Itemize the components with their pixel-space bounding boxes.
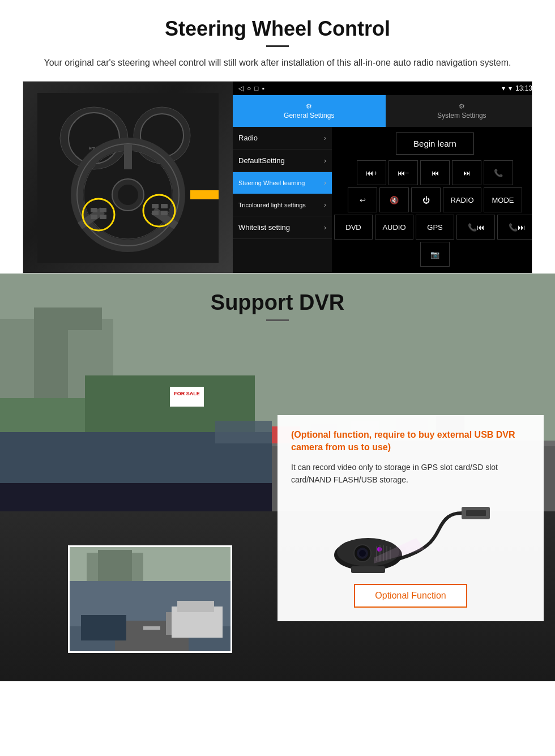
tab-general-label: General Settings bbox=[284, 112, 334, 119]
menu-item-default-setting[interactable]: DefaultSetting › bbox=[233, 150, 332, 172]
tab-general-settings[interactable]: ⚙ General Settings bbox=[233, 95, 386, 127]
steering-section: Steering Wheel Control Your original car… bbox=[0, 0, 555, 274]
dvr-header: Support DVR bbox=[0, 274, 555, 331]
dvr-thumbnail bbox=[68, 545, 232, 653]
ctrl-dvd[interactable]: DVD bbox=[334, 215, 373, 240]
menu-default-label: DefaultSetting bbox=[238, 156, 285, 165]
svg-rect-21 bbox=[161, 204, 168, 208]
ctrl-next[interactable]: ⏭ bbox=[452, 160, 481, 185]
menu-item-radio[interactable]: Radio › bbox=[233, 127, 332, 150]
chevron-icon-default: › bbox=[324, 157, 326, 165]
menu-steering-label: Steering Wheel learning bbox=[238, 180, 305, 186]
menu-radio-label: Radio bbox=[238, 134, 258, 142]
ctrl-prev[interactable]: ⏮ bbox=[420, 160, 450, 185]
svg-rect-51 bbox=[81, 615, 126, 640]
menu-tricolour-label: Tricoloured light settings bbox=[238, 202, 306, 208]
page-title: Steering Wheel Control bbox=[23, 17, 532, 41]
dvr-section: FOR SALE Support DVR (Opti bbox=[0, 274, 555, 681]
control-row-3: DVD AUDIO GPS 📞⏮ 📞⏭ bbox=[334, 215, 532, 240]
ctrl-vol-up[interactable]: ⏮+ bbox=[357, 160, 386, 185]
svg-rect-23 bbox=[161, 211, 168, 215]
android-ui-panel: ◁ ○ □ ▪ ▾ ▾ 13:13 ⚙ General Settings ⚙ S… bbox=[233, 82, 532, 273]
steering-photo: km/h bbox=[23, 82, 233, 274]
steering-demo-container: km/h bbox=[23, 81, 532, 274]
statusbar-time: 13:13 bbox=[515, 84, 532, 92]
menu-item-steering-wheel[interactable]: Steering Wheel learning › bbox=[233, 172, 332, 194]
steering-subtitle: Your original car's steering wheel contr… bbox=[34, 56, 521, 70]
steering-wheel-graphic: km/h bbox=[37, 93, 219, 263]
nav-menu-icon[interactable]: ▪ bbox=[262, 84, 264, 92]
ctrl-mute[interactable]: 🔇 bbox=[379, 187, 409, 212]
svg-rect-59 bbox=[466, 510, 486, 516]
dvr-title: Support DVR bbox=[0, 291, 555, 315]
svg-rect-54 bbox=[177, 601, 214, 612]
svg-rect-17 bbox=[100, 208, 106, 212]
ctrl-phone-prev[interactable]: 📞⏮ bbox=[456, 215, 495, 240]
settings-menu-area: Radio › DefaultSetting › Steering Wheel … bbox=[233, 127, 532, 273]
ctrl-gps[interactable]: GPS bbox=[416, 215, 454, 240]
ctrl-radio[interactable]: RADIO bbox=[443, 187, 481, 212]
ctrl-camera[interactable]: 📷 bbox=[420, 242, 450, 267]
dvr-camera-svg bbox=[326, 496, 496, 575]
menu-whitelist-label: Whitelist setting bbox=[238, 223, 290, 232]
settings-menu-list: Radio › DefaultSetting › Steering Wheel … bbox=[233, 127, 332, 273]
control-row-1: ⏮+ ⏮− ⏮ ⏭ 📞 bbox=[334, 160, 532, 185]
svg-rect-19 bbox=[100, 215, 106, 219]
svg-point-13 bbox=[118, 185, 138, 205]
nav-back-icon[interactable]: ◁ bbox=[238, 84, 244, 92]
dvr-description: It can record video only to storage in G… bbox=[291, 461, 530, 486]
ctrl-power[interactable]: ⏻ bbox=[411, 187, 441, 212]
signal-icon: ▾ bbox=[502, 84, 505, 92]
ctrl-audio[interactable]: AUDIO bbox=[375, 215, 413, 240]
svg-rect-44 bbox=[170, 387, 204, 407]
chevron-icon-whitelist: › bbox=[324, 224, 326, 232]
title-divider bbox=[266, 45, 289, 47]
control-row-2: ↩ 🔇 ⏻ RADIO MODE bbox=[334, 187, 532, 212]
dvr-thumbnail-svg bbox=[70, 547, 232, 653]
ctrl-vol-down[interactable]: ⏮− bbox=[388, 160, 418, 185]
dvr-camera-illustration bbox=[291, 496, 530, 575]
chevron-icon-radio: › bbox=[324, 134, 326, 142]
svg-rect-20 bbox=[152, 204, 159, 208]
svg-rect-71 bbox=[351, 566, 385, 573]
chevron-icon-tricolour: › bbox=[324, 201, 326, 209]
svg-point-64 bbox=[359, 550, 366, 557]
dvr-info-box: (Optional function, require to buy exter… bbox=[278, 415, 544, 621]
svg-text:FOR SALE: FOR SALE bbox=[174, 391, 200, 396]
menu-item-whitelist[interactable]: Whitelist setting › bbox=[233, 216, 332, 239]
svg-rect-43 bbox=[0, 483, 272, 511]
android-statusbar: ◁ ○ □ ▪ ▾ ▾ 13:13 bbox=[233, 82, 532, 95]
ctrl-mode[interactable]: MODE bbox=[484, 187, 522, 212]
svg-rect-18 bbox=[91, 215, 97, 219]
tab-system-settings[interactable]: ⚙ System Settings bbox=[386, 95, 533, 127]
steering-control-panel: Begin learn ⏮+ ⏮− ⏮ ⏭ 📞 ↩ 🔇 ⏻ RADIO bbox=[332, 127, 532, 273]
chevron-icon-steering: › bbox=[324, 179, 326, 187]
dvr-title-divider bbox=[266, 319, 289, 321]
dvr-optional-notice: (Optional function, require to buy exter… bbox=[291, 429, 530, 454]
begin-learn-row: Begin learn bbox=[334, 133, 532, 155]
general-settings-icon: ⚙ bbox=[306, 102, 312, 110]
ctrl-phone[interactable]: 📞 bbox=[484, 160, 513, 185]
begin-learn-button[interactable]: Begin learn bbox=[396, 133, 474, 155]
svg-rect-25 bbox=[190, 190, 219, 199]
svg-rect-42 bbox=[215, 421, 272, 443]
wifi-icon: ▾ bbox=[509, 84, 512, 92]
menu-item-tricolour[interactable]: Tricoloured light settings › bbox=[233, 194, 332, 216]
ctrl-back[interactable]: ↩ bbox=[348, 187, 377, 212]
svg-rect-0 bbox=[37, 93, 219, 263]
nav-home-icon[interactable]: ○ bbox=[247, 84, 251, 92]
svg-rect-16 bbox=[91, 208, 97, 212]
tab-system-label: System Settings bbox=[437, 112, 486, 119]
system-settings-icon: ⚙ bbox=[459, 102, 465, 110]
settings-tabs: ⚙ General Settings ⚙ System Settings bbox=[233, 95, 532, 127]
control-row-4: 📷 bbox=[334, 242, 532, 267]
optional-function-button[interactable]: Optional Function bbox=[354, 584, 467, 608]
svg-rect-50 bbox=[143, 626, 160, 630]
svg-point-65 bbox=[377, 547, 382, 552]
ctrl-phone-next[interactable]: 📞⏭ bbox=[497, 215, 532, 240]
svg-rect-22 bbox=[152, 211, 159, 215]
svg-rect-57 bbox=[98, 550, 132, 581]
nav-recent-icon[interactable]: □ bbox=[254, 84, 258, 92]
